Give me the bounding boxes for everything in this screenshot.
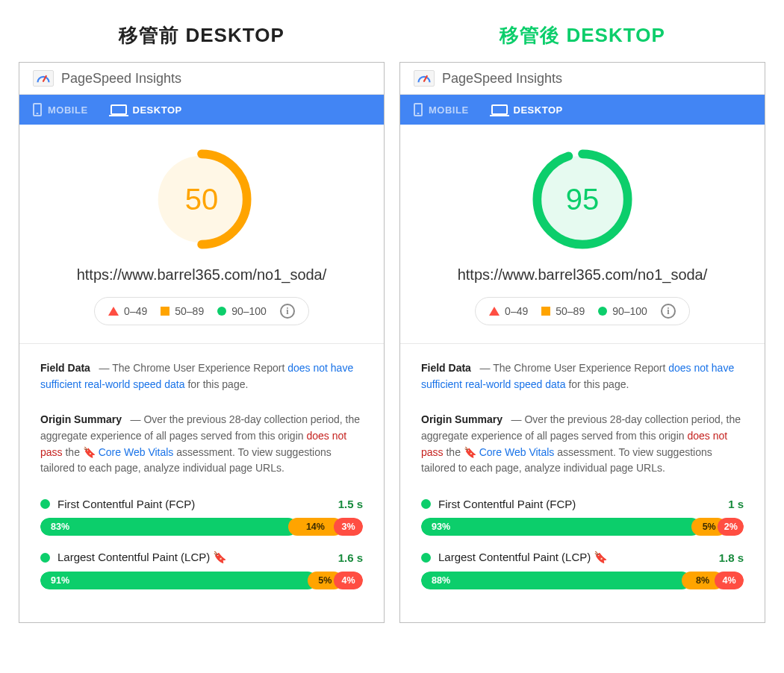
score-gauge-before: 50 [149,147,254,251]
laptop-icon [491,104,508,115]
score-legend: 0–49 50–89 90–100 i [475,297,690,325]
metric-lcp: Largest Contentful Paint (LCP) 🔖 1.8 s 8… [421,551,744,589]
mobile-icon [33,103,42,116]
legend-avg: 50–89 [161,305,204,317]
legend-good: 90–100 [217,305,267,317]
score-value: 50 [149,147,254,251]
score-legend: 0–49 50–89 90–100 i [94,297,309,325]
cwv-link[interactable]: Core Web Vitals [479,446,555,458]
tab-desktop[interactable]: DESKTOP [111,104,182,116]
metric-fcp: First Contentful Paint (FCP) 1.5 s 83% 1… [40,498,363,536]
triangle-icon [489,307,500,316]
mobile-icon [414,103,423,116]
status-dot-icon [421,499,431,509]
distribution-bar: 88% 8% 4% [421,572,744,589]
score-value: 95 [530,147,635,251]
column-before: 移管前 DESKTOP PageSpeed Insights MOBILE DE… [19,22,385,623]
info-icon[interactable]: i [661,304,676,319]
bookmark-icon: 🔖 [594,551,608,563]
column-title-before: 移管前 DESKTOP [19,22,385,48]
tab-mobile[interactable]: MOBILE [33,103,88,116]
origin-summary-section: Origin Summary — Over the previous 28-da… [400,409,765,493]
tab-desktop[interactable]: DESKTOP [491,104,563,116]
score-gauge-after: 95 [530,147,635,251]
triangle-icon [108,307,119,316]
device-tabs: MOBILE DESKTOP [19,95,384,125]
app-header: PageSpeed Insights [400,63,765,95]
bookmark-icon: 🔖 [213,551,227,563]
column-title-after: 移管後 DESKTOP [399,22,765,48]
distribution-bar: 93% 5% 2% [421,518,744,536]
metrics-list-after: First Contentful Paint (FCP) 1 s 93% 5% … [400,493,765,622]
circle-icon [598,307,607,316]
metrics-list-before: First Contentful Paint (FCP) 1.5 s 83% 1… [19,493,384,622]
info-icon[interactable]: i [280,304,295,319]
app-header: PageSpeed Insights [19,63,384,95]
pagespeed-card-after: PageSpeed Insights MOBILE DESKTOP [399,62,765,623]
tested-url: https://www.barrel365.com/no1_soda/ [34,266,369,284]
legend-good: 90–100 [598,305,647,317]
origin-summary-section: Origin Summary — Over the previous 28-da… [19,409,384,493]
distribution-bar: 83% 14% 3% [40,518,363,536]
cwv-link[interactable]: Core Web Vitals [99,446,174,458]
origin-heading: Origin Summary [421,413,503,425]
score-section: 95 https://www.barrel365.com/no1_soda/ 0… [400,125,765,343]
field-data-heading: Field Data [421,362,471,374]
square-icon [161,307,169,316]
legend-poor: 0–49 [108,305,147,317]
app-title: PageSpeed Insights [442,71,562,87]
distribution-bar: 91% 5% 4% [40,572,363,589]
score-section: 50 https://www.barrel365.com/no1_soda/ 0… [19,125,384,343]
field-data-heading: Field Data [40,362,90,374]
field-data-section: Field Data — The Chrome User Experience … [19,344,384,409]
pagespeed-logo-icon [33,70,54,87]
bookmark-icon: 🔖 [83,446,96,458]
metric-lcp: Largest Contentful Paint (LCP) 🔖 1.6 s 9… [40,551,363,589]
status-dot-icon [40,499,50,509]
app-title: PageSpeed Insights [61,71,181,87]
origin-heading: Origin Summary [40,413,122,425]
pagespeed-card-before: PageSpeed Insights MOBILE DESKTOP [19,62,385,623]
bookmark-icon: 🔖 [464,446,476,458]
tested-url: https://www.barrel365.com/no1_soda/ [415,266,750,284]
column-after: 移管後 DESKTOP PageSpeed Insights MOBILE DE… [399,22,765,623]
metric-fcp: First Contentful Paint (FCP) 1 s 93% 5% … [421,498,744,536]
legend-avg: 50–89 [541,305,585,317]
field-data-section: Field Data — The Chrome User Experience … [400,344,765,409]
laptop-icon [111,104,127,115]
circle-icon [217,307,226,316]
status-dot-icon [421,553,431,563]
status-dot-icon [40,553,50,563]
legend-poor: 0–49 [489,305,528,317]
pagespeed-logo-icon [414,70,435,87]
square-icon [541,307,550,316]
tab-mobile[interactable]: MOBILE [414,103,469,116]
device-tabs: MOBILE DESKTOP [400,95,765,125]
